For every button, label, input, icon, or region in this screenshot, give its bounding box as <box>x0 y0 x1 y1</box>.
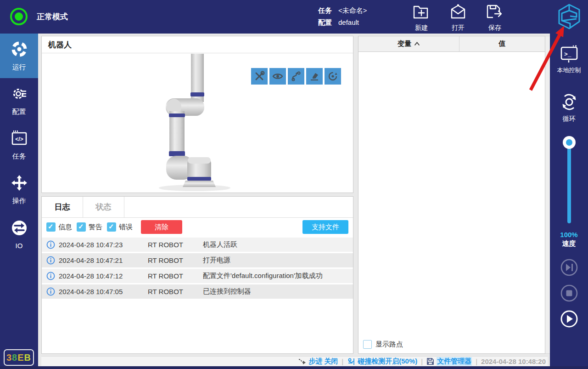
sidebar-item-label: 任务 <box>12 152 26 161</box>
value-column-header[interactable]: 值 <box>459 36 545 51</box>
task-label: 任务 <box>318 5 332 17</box>
config-row: 配置 default <box>318 17 367 28</box>
log-tab-bar: 日志 状态 <box>42 197 353 218</box>
log-entries-list: 2024-04-28 10:47:23 RT ROBOT 机器人活跃 2024-… <box>42 236 353 299</box>
speed-slider-thumb[interactable] <box>563 136 576 149</box>
task-config-block: 任务 <未命名> 配置 default <box>318 5 367 28</box>
tab-log[interactable]: 日志 <box>42 197 83 217</box>
variable-header-label: 变量 <box>398 40 411 48</box>
sidebar-item-label: 运行 <box>12 63 26 72</box>
show-waypoints-checkbox[interactable] <box>363 340 372 349</box>
robot-panel-title: 机器人 <box>42 36 353 53</box>
collision-detection-status[interactable]: 碰撞检测开启(50%) <box>347 357 417 366</box>
speed-label: 速度 <box>562 239 576 248</box>
sidebar-item-label: IO <box>16 242 23 250</box>
step-forward-button[interactable] <box>560 258 578 277</box>
play-button[interactable] <box>560 310 578 328</box>
log-source: RT ROBOT <box>148 241 193 249</box>
log-entry-row[interactable]: 2024-04-28 10:47:21 RT ROBOT 打开电源 <box>42 253 353 267</box>
status-separator: | <box>342 358 343 365</box>
log-message: 打开电源 <box>203 256 230 265</box>
warning-checkbox[interactable] <box>77 222 86 232</box>
log-entry-row[interactable]: 2024-04-28 10:47:05 RT ROBOT 已连接到控制器 <box>42 284 353 299</box>
sidebar-item-label: 操作 <box>12 197 26 205</box>
visibility-button[interactable] <box>269 68 286 85</box>
speed-slider <box>562 136 576 226</box>
local-control-label: 本地控制 <box>557 66 581 74</box>
status-bar: 步进 关闭 | 碰撞检测开启(50%) | 文件管理器 | 2024-04-28… <box>41 356 548 366</box>
filter-error[interactable]: 错误 <box>107 222 133 232</box>
log-time: 2024-04-28 10:47:21 <box>59 256 131 264</box>
config-label: 配置 <box>318 17 332 28</box>
step-forward-icon <box>560 258 578 277</box>
status-green-dot <box>15 12 23 21</box>
step-mode-icon <box>298 358 306 365</box>
filter-info[interactable]: 信息 <box>46 222 72 232</box>
bottom-strip <box>0 366 588 369</box>
speed-slider-track[interactable] <box>567 140 571 223</box>
status-separator: | <box>421 358 423 365</box>
log-filter-row: 信息 警告 错误 清除 支持文件 <box>42 218 353 236</box>
top-bar: 正常模式 任务 <未命名> 配置 default 新建 打开 保存 <box>0 0 588 34</box>
variables-scrollbar[interactable] <box>545 36 550 354</box>
task-row: 任务 <未命名> <box>318 5 367 17</box>
tab-status[interactable]: 状态 <box>83 197 124 217</box>
task-value: <未命名> <box>338 5 367 17</box>
play-icon <box>560 310 578 328</box>
badge-char: 3 <box>6 352 12 363</box>
speed-percent: 100% <box>560 231 577 238</box>
log-source: RT ROBOT <box>148 288 193 295</box>
local-control-button[interactable]: >_ 本地控制 <box>557 45 581 74</box>
save-button-label: 保存 <box>488 24 501 32</box>
variables-header: 变量 值 <box>358 36 545 52</box>
sort-ascending-icon <box>414 42 420 46</box>
badge-char: B <box>24 352 31 363</box>
log-time: 2024-04-28 10:47:23 <box>59 241 131 249</box>
rotate-button[interactable] <box>325 68 341 85</box>
floppy-disk-icon <box>426 358 434 365</box>
show-waypoints-toggle[interactable]: 显示路点 <box>363 340 403 349</box>
filter-warning-label: 警告 <box>89 223 102 232</box>
svg-text:>_: >_ <box>564 51 571 58</box>
variable-column-header[interactable]: 变量 <box>358 36 459 51</box>
loop-button[interactable]: 循环 <box>559 92 580 123</box>
tools-button[interactable] <box>251 68 268 85</box>
path-spline-icon <box>291 71 302 82</box>
save-button[interactable]: 保存 <box>480 4 510 32</box>
info-icon <box>46 256 55 265</box>
log-message: 已连接到控制器 <box>203 287 251 296</box>
log-entry-row[interactable]: 2024-04-28 10:47:12 RT ROBOT 配置文件'defaul… <box>42 269 353 283</box>
code-window-icon: </> <box>10 129 28 149</box>
error-checkbox[interactable] <box>107 222 116 232</box>
config-value: default <box>338 17 359 28</box>
log-time: 2024-04-28 10:47:05 <box>59 288 131 295</box>
clear-button[interactable]: 清除 <box>141 220 182 234</box>
filter-warning[interactable]: 警告 <box>77 222 102 232</box>
support-files-button[interactable]: 支持文件 <box>302 220 348 234</box>
sidebar-item-run[interactable]: 运行 <box>0 34 38 78</box>
sidebar-item-config[interactable]: 配置 <box>0 78 38 123</box>
open-button[interactable]: 打开 <box>443 4 473 32</box>
svg-text:</>: </> <box>15 136 23 142</box>
info-checkbox[interactable] <box>46 222 56 232</box>
eraser-button[interactable] <box>306 68 323 85</box>
variables-panel: 变量 值 显示路点 <box>358 36 545 354</box>
file-manager-button[interactable]: 文件管理器 <box>426 357 472 366</box>
status-separator: | <box>476 358 477 365</box>
brand-logo-icon[interactable] <box>556 3 582 30</box>
new-button-label: 新建 <box>415 24 428 32</box>
sidebar-item-task[interactable]: </> 任务 <box>0 123 38 167</box>
new-button[interactable]: 新建 <box>406 4 437 32</box>
value-header-label: 值 <box>499 40 506 48</box>
log-entry-row[interactable]: 2024-04-28 10:47:23 RT ROBOT 机器人活跃 <box>42 238 353 252</box>
status-timestamp: 2024-04-28 10:48:20 <box>481 358 546 365</box>
step-mode-status[interactable]: 步进 关闭 <box>298 357 338 366</box>
stop-button[interactable] <box>560 284 578 302</box>
filter-info-label: 信息 <box>58 223 72 232</box>
sidebar-item-io[interactable]: IO <box>0 212 38 256</box>
open-envelope-icon <box>449 4 467 21</box>
sidebar-item-operate[interactable]: 操作 <box>0 167 38 212</box>
new-folder-plus-icon <box>413 4 430 21</box>
move-arrows-icon <box>10 174 28 193</box>
path-button[interactable] <box>288 68 304 85</box>
